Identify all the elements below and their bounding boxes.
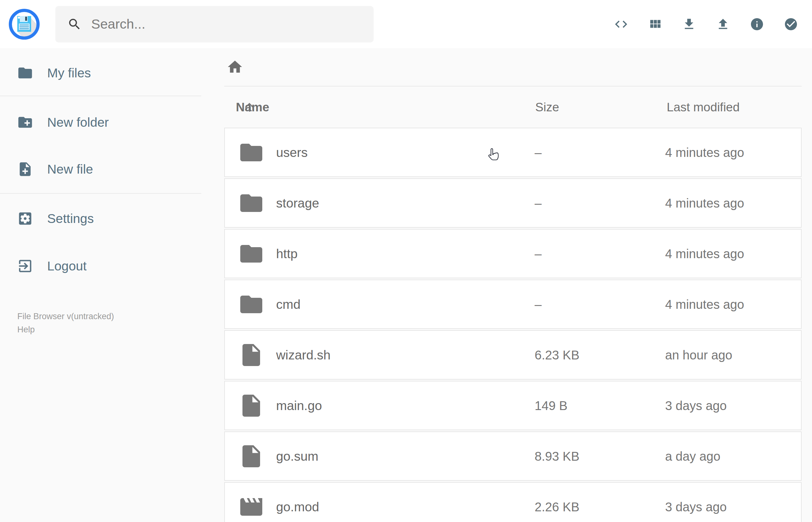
sidebar-divider xyxy=(0,96,201,96)
file-modified: 4 minutes ago xyxy=(665,246,744,261)
file-type-icon xyxy=(238,190,264,216)
file-modified: 4 minutes ago xyxy=(665,297,744,311)
file-size: 6.23 KB xyxy=(535,348,579,362)
settings-icon xyxy=(17,210,33,227)
upload-icon[interactable] xyxy=(716,17,730,32)
breadcrumb xyxy=(224,48,801,86)
file-row[interactable]: go.sum 8.93 KB a day ago xyxy=(224,431,801,481)
file-row[interactable]: wizard.sh 6.23 KB an hour ago xyxy=(224,330,801,380)
file-size: 8.93 KB xyxy=(535,449,579,463)
sidebar-item-new-file[interactable]: New file xyxy=(0,154,201,185)
file-name: cmd xyxy=(276,297,300,312)
file-name: http xyxy=(276,246,298,261)
listing-rows: users – 4 minutes ago storage – 4 minute… xyxy=(224,128,801,522)
help-link[interactable]: Help xyxy=(17,324,201,335)
file-type-icon xyxy=(238,342,264,368)
code-icon[interactable] xyxy=(614,17,628,32)
file-size: – xyxy=(535,145,542,159)
sidebar-item-label: New folder xyxy=(47,115,109,130)
file-name: main.go xyxy=(276,398,322,413)
sidebar-item-label: Logout xyxy=(47,259,86,274)
file-row[interactable]: http – 4 minutes ago xyxy=(224,229,801,278)
file-row[interactable]: main.go 149 B 3 days ago xyxy=(224,381,801,430)
header-actions xyxy=(614,17,798,32)
file-type-icon xyxy=(238,139,264,166)
logout-icon xyxy=(17,258,33,274)
file-name: storage xyxy=(276,196,319,210)
file-type-icon xyxy=(238,494,264,520)
info-icon[interactable] xyxy=(750,17,764,32)
sidebar-divider xyxy=(0,193,201,194)
file-modified: an hour ago xyxy=(665,348,732,362)
file-size: 2.26 KB xyxy=(535,500,579,514)
filebrowser-app: Search... My files New folder xyxy=(0,0,812,522)
column-header-name[interactable]: Name xyxy=(236,101,256,114)
grid-view-icon[interactable] xyxy=(648,17,662,32)
file-name: wizard.sh xyxy=(276,347,330,362)
file-name: go.mod xyxy=(276,499,319,514)
new-folder-icon xyxy=(17,114,33,130)
file-type-icon xyxy=(238,291,264,318)
sidebar-item-settings[interactable]: Settings xyxy=(0,203,201,234)
file-type-icon xyxy=(238,443,264,469)
file-size: 149 B xyxy=(535,398,568,413)
file-name: users xyxy=(276,145,308,160)
folder-icon xyxy=(17,65,33,81)
file-row[interactable]: cmd – 4 minutes ago xyxy=(224,280,801,329)
file-row[interactable]: go.mod 2.26 KB 3 days ago xyxy=(224,482,801,522)
search-input[interactable]: Search... xyxy=(55,6,373,42)
file-size: – xyxy=(535,246,542,261)
column-header-modified[interactable]: Last modified xyxy=(667,100,740,114)
column-header-size[interactable]: Size xyxy=(535,100,559,114)
file-listing: Name Size Last modified users – 4 minute… xyxy=(201,48,812,522)
file-type-icon xyxy=(238,241,264,267)
column-name-label: Name xyxy=(236,100,269,114)
sidebar-item-label: Settings xyxy=(47,211,94,226)
file-type-icon xyxy=(238,393,264,419)
file-modified: a day ago xyxy=(665,449,720,463)
check-circle-icon[interactable] xyxy=(784,17,798,32)
home-icon[interactable] xyxy=(226,59,243,76)
file-modified: 4 minutes ago xyxy=(665,196,744,210)
search-icon xyxy=(67,17,82,32)
file-modified: 4 minutes ago xyxy=(665,145,744,159)
content-area: My files New folder New file Settings Lo… xyxy=(0,48,812,522)
sidebar-item-label: My files xyxy=(47,66,91,80)
sidebar-item-new-folder[interactable]: New folder xyxy=(0,106,201,138)
header-bar: Search... xyxy=(0,0,812,48)
filebrowser-logo[interactable] xyxy=(8,6,40,42)
sidebar-footer: File Browser v(untracked) Help xyxy=(17,311,201,335)
file-modified: 3 days ago xyxy=(665,398,727,413)
file-name: go.sum xyxy=(276,449,318,463)
download-icon[interactable] xyxy=(682,17,696,32)
sidebar-item-logout[interactable]: Logout xyxy=(0,250,201,282)
listing-header: Name Size Last modified xyxy=(224,86,801,128)
sidebar: My files New folder New file Settings Lo… xyxy=(0,48,201,522)
version-link[interactable]: File Browser v(untracked) xyxy=(17,312,114,321)
file-modified: 3 days ago xyxy=(665,500,727,514)
sidebar-item-label: New file xyxy=(47,162,93,177)
file-row[interactable]: storage – 4 minutes ago xyxy=(224,178,801,228)
file-size: – xyxy=(535,297,542,311)
sidebar-item-my-files[interactable]: My files xyxy=(0,57,201,89)
file-size: – xyxy=(535,196,542,210)
new-file-icon xyxy=(17,161,33,177)
search-placeholder: Search... xyxy=(91,16,145,32)
file-row[interactable]: users – 4 minutes ago xyxy=(224,128,801,177)
